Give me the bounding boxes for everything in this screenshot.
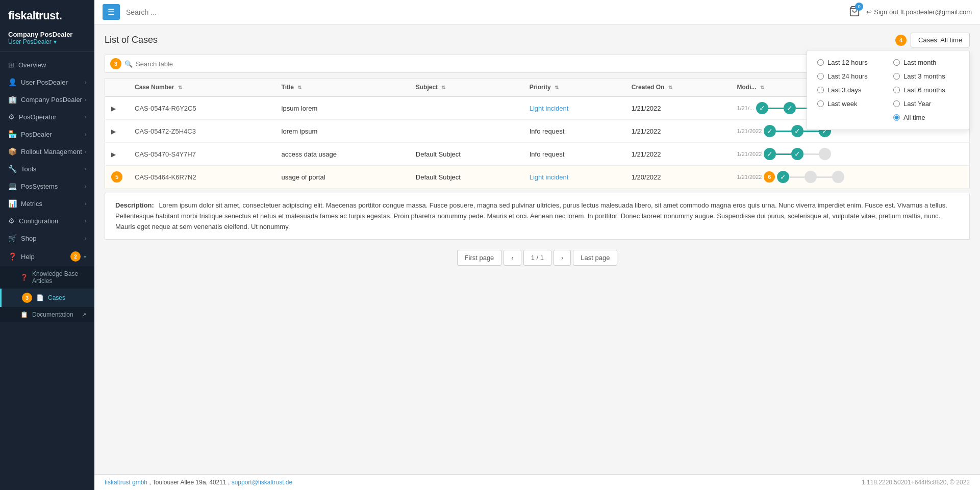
subject-cell <box>410 96 523 120</box>
main-area: ☰ 0 ↩ Sign out ft.posdealer@gmail.com Li… <box>94 0 980 490</box>
shop-icon: 🛒 <box>8 234 17 242</box>
filter-6m[interactable]: Last 6 months <box>893 85 959 95</box>
status-line <box>776 153 791 155</box>
overview-icon: ⊞ <box>8 61 14 69</box>
filter-1y[interactable]: Last Year <box>893 99 959 109</box>
created-on-cell: 1/21/2022 <box>625 143 731 166</box>
sidebar-item-label: PosDealer <box>21 131 85 138</box>
col-created-on[interactable]: Created On ⇅ <box>625 79 731 97</box>
cart-button[interactable]: 0 <box>849 6 860 18</box>
expand-cell[interactable]: ▶ <box>105 120 129 143</box>
status-circle: ✓ <box>791 148 803 160</box>
sidebar-item-shop[interactable]: 🛒 Shop › <box>0 229 94 247</box>
description-text: Lorem ipsum dolor sit amet, consectetuer… <box>115 201 947 230</box>
cart-count: 0 <box>855 3 863 11</box>
sidebar-item-configuration[interactable]: ⚙ Configuration › <box>0 212 94 229</box>
filter-24h[interactable]: Last 24 hours <box>817 71 883 81</box>
sort-icon: ⇅ <box>760 85 764 90</box>
sidebar-item-cases[interactable]: 3 📄 Cases <box>0 289 94 307</box>
search-input[interactable] <box>126 8 843 16</box>
last-page-button[interactable]: Last page <box>573 250 617 266</box>
priority-value[interactable]: Light incident <box>530 105 569 112</box>
col-case-number[interactable]: Case Number ⇅ <box>129 79 275 97</box>
footer-email[interactable]: support@fiskaltrust.de <box>232 479 293 486</box>
page-header: List of Cases 4 Cases: All time Last 12 … <box>105 33 970 47</box>
filter-3m[interactable]: Last 3 months <box>893 71 959 81</box>
sidebar-item-label: Tools <box>21 165 85 173</box>
sort-icon: ⇅ <box>668 85 672 90</box>
cases-filter-wrap: 4 Cases: All time Last 12 hours Last mon… <box>895 33 970 47</box>
status-circle: ✓ <box>791 125 803 137</box>
sidebar-item-help[interactable]: ❓ Help 2 ▾ <box>0 247 94 266</box>
priority-value[interactable]: Light incident <box>530 173 569 181</box>
sidebar-item-knowledge-base[interactable]: ❓ Knowledge Base Articles <box>0 266 94 289</box>
col-priority[interactable]: Priority ⇅ <box>523 79 625 97</box>
col-subject[interactable]: Subject ⇅ <box>410 79 523 97</box>
filter-all[interactable]: All time <box>893 113 959 122</box>
sidebar-item-user-posdealer[interactable]: 👤 User PosDealer › <box>0 73 94 91</box>
sort-icon: ⇅ <box>297 85 301 90</box>
next-page-button[interactable]: › <box>554 250 571 266</box>
cases-filter-button[interactable]: Cases: All time <box>911 33 970 47</box>
chevron-right-icon: › <box>85 97 86 102</box>
metrics-icon: 📊 <box>8 199 17 208</box>
prev-page-button[interactable]: ‹ <box>504 250 521 266</box>
sidebar-item-label: Overview <box>18 61 86 69</box>
sidebar-item-metrics[interactable]: 📊 Metrics › <box>0 195 94 212</box>
status-circle: ✓ <box>764 148 776 160</box>
sidebar-item-label: Configuration <box>19 217 85 225</box>
signout-label: Sign out ft.posdealer@gmail.com <box>874 8 972 16</box>
status-line <box>803 131 819 132</box>
company-link[interactable]: fiskaltrust gmbh <box>105 479 147 486</box>
expand-cell[interactable]: ▶ <box>105 96 129 120</box>
status-indicators: ✓ ✓ <box>764 148 831 160</box>
status-circle-empty <box>805 171 817 183</box>
filter-1w[interactable]: Last week <box>817 99 883 109</box>
sidebar-item-overview[interactable]: ⊞ Overview <box>0 56 94 73</box>
sidebar-item-rollout[interactable]: 📦 Rollout Management › <box>0 143 94 160</box>
posdealer-icon: 🏪 <box>8 130 17 138</box>
sidebar-item-documentation[interactable]: 📋 Documentation ↗ <box>0 307 94 322</box>
user-name[interactable]: User PosDealer ▾ <box>8 38 86 45</box>
signout-link[interactable]: ↩ Sign out ft.posdealer@gmail.com <box>866 8 972 16</box>
footer-version: 1.118.2220.50201+644f6c8820, © 2022 <box>862 479 970 486</box>
cases-icon: 📄 <box>36 294 44 301</box>
menu-button[interactable]: ☰ <box>103 4 120 20</box>
case-number-cell: CAS-05474-R6Y2C5 <box>129 96 275 120</box>
logo-area: fiskaltrust. <box>0 0 94 28</box>
col-title[interactable]: Title ⇅ <box>275 79 410 97</box>
expand-cell[interactable]: ▶ <box>105 143 129 166</box>
pagination: First page ‹ 1 / 1 › Last page <box>105 240 970 271</box>
sort-icon: ⇅ <box>178 85 182 90</box>
first-page-button[interactable]: First page <box>457 250 502 266</box>
chevron-right-icon: › <box>85 149 86 154</box>
expand-button[interactable]: ▶ <box>111 128 116 135</box>
sidebar-item-possystems[interactable]: 💻 PosSystems › <box>0 177 94 195</box>
footer-address-text: , Toulouser Allee 19a, 40211 , <box>149 479 230 486</box>
status-indicators: ✓ <box>777 171 844 183</box>
sidebar-item-label: Rollout Management <box>21 148 85 156</box>
doc-icon: 📋 <box>20 311 28 318</box>
config-icon: ⚙ <box>8 217 15 225</box>
chevron-right-icon: › <box>85 218 86 224</box>
sidebar-item-company-posdealer[interactable]: 🏢 Company PosDealer › <box>0 91 94 108</box>
sidebar-item-posdealer[interactable]: 🏪 PosDealer › <box>0 125 94 143</box>
expand-button[interactable]: ▶ <box>111 105 116 112</box>
filter-1m[interactable]: Last month <box>893 58 959 67</box>
filter-12h[interactable]: Last 12 hours <box>817 58 883 67</box>
help-icon: ❓ <box>8 252 17 261</box>
kb-label: Knowledge Base Articles <box>32 270 86 285</box>
created-on-cell: 1/20/2022 <box>625 166 731 189</box>
status-circle-empty <box>819 148 831 160</box>
help-badge: 2 <box>70 251 81 262</box>
sidebar-item-tools[interactable]: 🔧 Tools › <box>0 160 94 177</box>
rollout-icon: 📦 <box>8 147 17 156</box>
title-cell: lorem ipsum <box>275 120 410 143</box>
sidebar-item-label: Shop <box>21 235 85 242</box>
sidebar-item-posoperator[interactable]: ⚙ PosOperator › <box>0 108 94 125</box>
expand-button[interactable]: ▶ <box>111 151 116 158</box>
cases-label: Cases <box>48 294 65 301</box>
sidebar-item-label: Metrics <box>21 200 85 208</box>
filter-3d[interactable]: Last 3 days <box>817 85 883 95</box>
expand-cell: 5 <box>105 166 129 189</box>
